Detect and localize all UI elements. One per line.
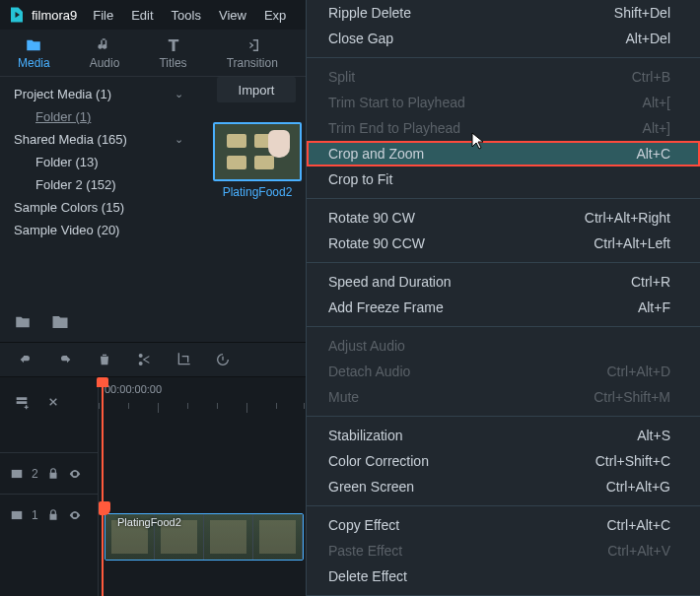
app-version: 9 [70,8,77,23]
eye-icon[interactable] [68,467,82,481]
undo-icon[interactable] [18,352,34,367]
clip-start-handle[interactable] [99,501,110,515]
chevron-down-icon: ⌄ [175,133,183,146]
menu-bar: File Edit Tools View Exp [93,8,286,23]
ctx-trim-start-to-playhead: Trim Start to PlayheadAlt+[ [307,90,700,115]
ctx-speed-and-duration[interactable]: Speed and DurationCtrl+R [307,269,700,295]
tree-folder-1[interactable]: Folder (1) [8,105,189,128]
media-tree: Project Media (1) ⌄ Folder (1) Shared Me… [0,77,197,338]
ctx-rotate-90-cw[interactable]: Rotate 90 CWCtrl+Alt+Right [307,205,700,231]
tab-media[interactable]: Media [12,34,56,72]
thumb-label: PlatingFood2 [213,185,302,199]
track-video-2[interactable]: 2 [0,452,98,494]
tab-audio[interactable]: Audio [84,34,126,72]
tree-shared-folder-2[interactable]: Folder 2 (152) [8,173,189,196]
ctx-paste-effect: Paste EffectCtrl+Alt+V [307,538,700,563]
ctx-split: SplitCtrl+B [307,64,700,90]
unlink-icon[interactable] [45,394,61,410]
menu-edit[interactable]: Edit [131,8,153,23]
app-name: filmora [32,8,70,23]
ctx-trim-end-to-playhead: Trim End to PlayheadAlt+] [307,115,700,141]
chevron-down-icon: ⌄ [175,88,183,100]
ctx-crop-to-fit[interactable]: Crop to Fit [307,166,700,192]
svg-rect-0 [12,469,23,477]
text-icon [165,36,182,54]
folder-icon [25,36,42,54]
tab-titles-label: Titles [159,56,186,70]
timeline-tools [0,377,98,427]
film-icon [10,508,24,522]
ctx-mute: MuteCtrl+Shift+M [307,384,700,410]
add-track-icon[interactable] [14,394,30,410]
ctx-close-gap[interactable]: Close GapAlt+Del [307,26,700,51]
lock-icon[interactable] [46,508,60,522]
ctx-green-screen[interactable]: Green ScreenCtrl+Alt+G [307,474,700,499]
thumb-image [213,122,302,181]
ctx-detach-audio: Detach AudioCtrl+Alt+D [307,359,700,384]
app-logo: filmora9 [8,6,77,24]
folder-actions [14,313,69,331]
menu-view[interactable]: View [219,8,246,23]
eye-icon[interactable] [68,508,82,522]
ctx-crop-and-zoom[interactable]: Crop and ZoomAlt+C [307,141,700,166]
ctx-stabilization[interactable]: StabilizationAlt+S [307,423,700,448]
ruler [99,403,306,417]
tree-sample-video[interactable]: Sample Video (20) [8,219,189,241]
clip-label: PlatingFood2 [117,516,181,528]
mouse-cursor [471,132,485,153]
filmora-icon [8,6,26,24]
tab-media-label: Media [18,56,50,70]
timecode: 00:00:00:00 [105,383,162,395]
redo-icon[interactable] [57,352,73,367]
import-button[interactable]: Import [217,77,296,102]
tab-audio-label: Audio [90,56,120,70]
tree-shared-folder-1[interactable]: Folder (13) [8,151,189,173]
edit-toolbar [0,342,306,377]
context-menu: Ripple DeleteShift+DelClose GapAlt+DelSp… [306,0,700,596]
ctx-copy-effect[interactable]: Copy EffectCtrl+Alt+C [307,512,700,538]
media-thumb[interactable]: PlatingFood2 [213,122,302,199]
tab-titles[interactable]: Titles [153,34,192,72]
timeline: 2 1 00:00:00:00 PlatingFood2 [0,377,306,596]
music-icon [96,36,113,54]
menu-export[interactable]: Exp [264,8,286,23]
tab-transition[interactable]: Transition [221,34,284,72]
tab-transition-label: Transition [227,56,278,70]
svg-rect-1 [12,510,23,518]
transition-icon [244,36,261,54]
menu-tools[interactable]: Tools [172,8,201,23]
lock-icon[interactable] [46,467,60,481]
ctx-delete-effect[interactable]: Delete Effect [307,563,700,589]
track-video-1[interactable]: 1 [0,494,98,535]
tree-shared-media[interactable]: Shared Media (165) ⌄ [8,128,189,151]
ctx-add-freeze-frame[interactable]: Add Freeze FrameAlt+F [307,295,700,320]
timeline-clip[interactable]: PlatingFood2 [105,513,304,561]
new-folder-icon[interactable] [14,313,32,331]
menu-file[interactable]: File [93,8,113,23]
library-tabs: Media Audio Titles Transition [0,30,306,77]
tree-project-media[interactable]: Project Media (1) ⌄ [8,83,189,105]
ctx-color-correction[interactable]: Color CorrectionCtrl+Shift+C [307,448,700,474]
film-icon [10,467,24,481]
ctx-ripple-delete[interactable]: Ripple DeleteShift+Del [307,0,700,26]
ctx-rotate-90-ccw[interactable]: Rotate 90 CCWCtrl+Alt+Left [307,231,700,256]
speed-icon[interactable] [215,352,231,367]
ctx-adjust-audio: Adjust Audio [307,333,700,359]
delete-icon[interactable] [97,352,112,367]
tree-sample-colors[interactable]: Sample Colors (15) [8,196,189,219]
crop-icon[interactable] [175,352,191,367]
split-icon[interactable] [136,352,152,367]
playhead[interactable] [102,377,104,596]
delete-folder-icon[interactable] [51,313,69,331]
timeline-canvas[interactable]: 00:00:00:00 PlatingFood2 [99,377,306,596]
